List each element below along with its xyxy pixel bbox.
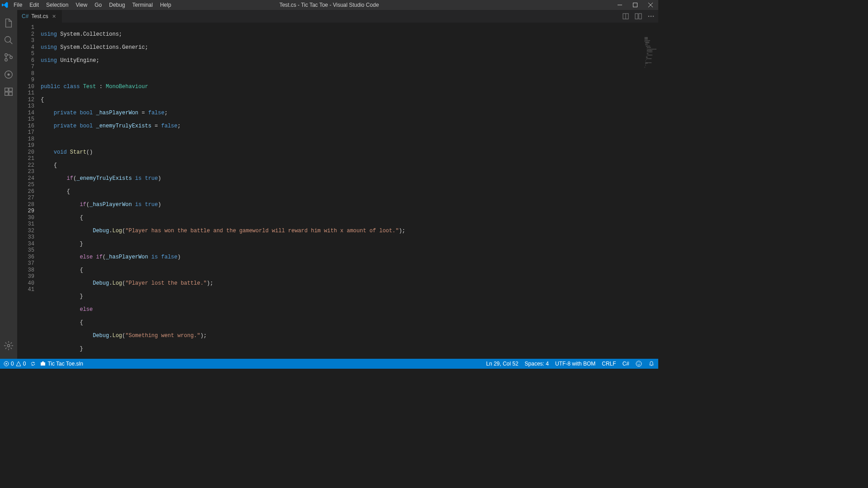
svg-rect-1 [633, 3, 637, 7]
window-controls [612, 0, 658, 10]
tab-test-cs[interactable]: C# Test.cs × [17, 10, 62, 23]
svg-point-29 [639, 362, 640, 363]
svg-rect-12 [9, 88, 12, 91]
menu-file[interactable]: File [10, 0, 26, 10]
main-area: C# Test.cs × 123456789101112131415161718… [0, 10, 658, 359]
svg-point-7 [5, 59, 8, 61]
svg-rect-25 [41, 362, 45, 366]
minimap[interactable]: ███████████████████████████████████████ … [618, 35, 658, 359]
svg-point-19 [648, 16, 650, 17]
editor-actions [621, 12, 656, 21]
status-feedback-icon[interactable] [636, 361, 642, 367]
svg-point-15 [7, 344, 10, 347]
svg-point-21 [653, 16, 654, 17]
settings-gear-icon[interactable] [0, 337, 17, 354]
svg-point-8 [10, 56, 13, 59]
editor-body[interactable]: 1234567891011121314151617181920212223242… [17, 23, 658, 359]
debug-icon[interactable] [0, 66, 17, 83]
svg-line-5 [10, 42, 13, 44]
code-content[interactable]: using System.Collections; using System.C… [41, 23, 658, 359]
activitybar [0, 10, 17, 359]
vscode-logo-icon [0, 0, 10, 10]
menu-edit[interactable]: Edit [26, 0, 42, 10]
svg-rect-14 [9, 92, 12, 95]
close-icon[interactable] [643, 0, 658, 10]
extensions-icon[interactable] [0, 83, 17, 100]
status-solution[interactable]: Tic Tac Toe.sln [40, 361, 83, 367]
maximize-icon[interactable] [627, 0, 643, 10]
csharp-file-icon: C# [22, 13, 28, 19]
menu-debug[interactable]: Debug [105, 0, 128, 10]
menubar: File Edit Selection View Go Debug Termin… [10, 0, 175, 10]
status-cursor[interactable]: Ln 29, Col 52 [486, 361, 518, 367]
svg-rect-18 [639, 14, 642, 19]
svg-rect-17 [635, 14, 638, 19]
titlebar: File Edit Selection View Go Debug Termin… [0, 0, 658, 10]
window-title: Test.cs - Tic Tac Toe - Visual Studio Co… [279, 2, 379, 8]
svg-point-4 [5, 37, 11, 42]
status-bell-icon[interactable] [648, 361, 655, 367]
statusbar: 0 0 Tic Tac Toe.sln Ln 29, Col 52 Spaces… [0, 359, 658, 369]
explorer-icon[interactable] [0, 14, 17, 32]
editor-area: C# Test.cs × 123456789101112131415161718… [17, 10, 658, 359]
svg-rect-11 [5, 88, 8, 91]
status-spaces[interactable]: Spaces: 4 [525, 361, 549, 367]
status-language[interactable]: C# [623, 361, 629, 367]
line-gutter: 1234567891011121314151617181920212223242… [17, 23, 41, 359]
tab-close-icon[interactable]: × [51, 13, 57, 19]
more-actions-icon[interactable] [646, 12, 656, 21]
tabbar: C# Test.cs × [17, 10, 658, 23]
status-sync-icon[interactable] [30, 361, 36, 366]
svg-point-27 [636, 361, 642, 366]
svg-point-10 [8, 74, 9, 75]
menu-help[interactable]: Help [156, 0, 175, 10]
tab-label: Test.cs [31, 13, 48, 19]
svg-rect-13 [5, 92, 8, 95]
search-icon[interactable] [0, 32, 17, 49]
svg-point-28 [637, 362, 638, 363]
svg-point-20 [651, 16, 652, 17]
source-control-icon[interactable] [0, 49, 17, 66]
menu-go[interactable]: Go [91, 0, 105, 10]
status-errors[interactable]: 0 0 [4, 361, 26, 367]
svg-rect-26 [42, 361, 44, 362]
status-encoding[interactable]: UTF-8 with BOM [555, 361, 595, 367]
open-changes-icon[interactable] [621, 12, 630, 21]
menu-selection[interactable]: Selection [42, 0, 72, 10]
status-eol[interactable]: CRLF [602, 361, 616, 367]
svg-point-6 [5, 54, 8, 56]
menu-view[interactable]: View [72, 0, 91, 10]
split-editor-icon[interactable] [634, 12, 643, 21]
minimize-icon[interactable] [612, 0, 627, 10]
menu-terminal[interactable]: Terminal [129, 0, 156, 10]
